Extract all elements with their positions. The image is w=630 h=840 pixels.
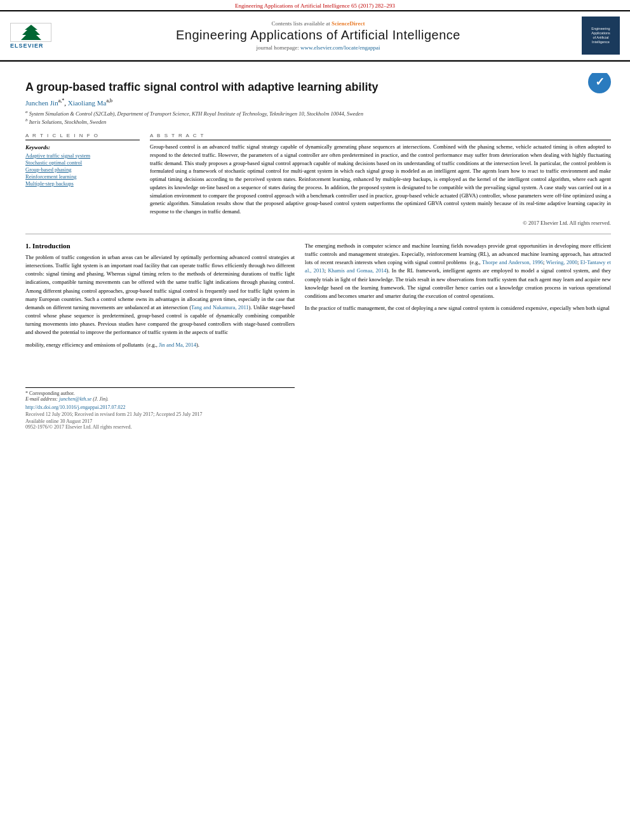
author-1-link[interactable]: Junchen Jin: [25, 99, 58, 107]
email-link[interactable]: junchen@kth.se: [59, 396, 91, 402]
corresponding-note: * Corresponding author.: [25, 390, 295, 396]
section-divider: [25, 234, 611, 234]
crossmark-icon: ✓: [588, 73, 611, 93]
crossmark-badge[interactable]: ✓: [588, 73, 611, 93]
left-column: 1. Introduction The problem of traffic c…: [25, 242, 295, 430]
journal-header-center: Contents lists available at ScienceDirec…: [55, 20, 582, 51]
right-para-2: In the practice of traffic management, t…: [305, 304, 611, 312]
science-direct-link[interactable]: ScienceDirect: [332, 20, 365, 27]
article-info-column: A R T I C L E I N F O Keywords: Adaptive…: [25, 133, 140, 226]
jin-ma-citation[interactable]: Jin and Ma, 2014: [159, 342, 196, 348]
science-direct-info: Contents lists available at ScienceDirec…: [55, 20, 582, 27]
author-2-link[interactable]: Xiaoliang Ma: [68, 99, 107, 107]
section-1-para-1: The problem of traffic congestion in urb…: [25, 253, 295, 337]
thorpe-citation[interactable]: Thorpe and Anderson, 1996: [482, 259, 543, 265]
journal-title: Engineering Applications of Artificial I…: [55, 28, 582, 43]
journal-url[interactable]: www.elsevier.com/locate/engappai: [300, 44, 380, 51]
section-1-body: The problem of traffic congestion in urb…: [25, 253, 295, 349]
right-column: The emerging methods in computer science…: [305, 242, 611, 430]
keywords-label: Keywords:: [25, 144, 140, 150]
keyword-5[interactable]: Multiple-step backups: [25, 180, 140, 187]
journal-logo-right: EngineeringApplicationsof ArtificialInte…: [582, 17, 620, 55]
wiering-citation[interactable]: Wiering, 2000: [546, 259, 577, 265]
copyright: © 2017 Elsevier Ltd. All rights reserved…: [150, 220, 611, 226]
right-para-1: The emerging methods in computer science…: [305, 242, 611, 300]
doi-link[interactable]: http://dx.doi.org/10.1016/j.engappai.201…: [25, 404, 125, 410]
section-1-para-2: mobility, energy efficiency and emission…: [25, 341, 295, 349]
main-content: ✓ A group-based traffic signal control w…: [0, 60, 630, 436]
affiliations: a System Simulation & Control (S2CLab), …: [25, 109, 611, 126]
section-1-title: 1. Introduction: [25, 242, 295, 250]
abstract-label: A B S T R A C T: [150, 133, 611, 140]
keyword-1[interactable]: Adaptive traffic signal system: [25, 152, 140, 159]
footnote-area: * Corresponding author. E-mail address: …: [25, 387, 295, 430]
keyword-2[interactable]: Stochastic optimal control: [25, 159, 140, 166]
keyword-3[interactable]: Group-based phasing: [25, 166, 140, 173]
article-title: A group-based traffic signal control wit…: [25, 81, 611, 94]
tang-citation[interactable]: Tang and Nakamura, 2011: [191, 304, 249, 310]
keyword-4[interactable]: Reinforcement learning: [25, 173, 140, 180]
authors-line: Junchen Jina,*, Xiaoliang Maa,b: [25, 98, 611, 107]
article-info-label: A R T I C L E I N F O: [25, 133, 140, 140]
article-info-abstract: A R T I C L E I N F O Keywords: Adaptive…: [25, 133, 611, 226]
abstract-column: A B S T R A C T Group-based control is a…: [150, 133, 611, 226]
journal-citation: Engineering Applications of Artificial I…: [235, 3, 395, 9]
elsevier-logo-container: ELSEVIER: [10, 23, 55, 49]
abstract-text: Group-based control is an advanced traff…: [150, 143, 611, 216]
top-banner: Engineering Applications of Artificial I…: [0, 0, 630, 10]
body-content: 1. Introduction The problem of traffic c…: [25, 242, 611, 430]
journal-header: ELSEVIER Contents lists available at Sci…: [0, 10, 630, 60]
khamis-citation[interactable]: Khamis and Gomaa, 2014: [328, 267, 386, 274]
elsevier-logo-image: [10, 23, 51, 42]
email-note: E-mail address: junchen@kth.se (J. Jin).: [25, 396, 295, 402]
available-line: Available online 30 August 2017: [25, 418, 295, 424]
journal-homepage: journal homepage: www.elsevier.com/locat…: [55, 44, 582, 51]
doi-line: http://dx.doi.org/10.1016/j.engappai.201…: [25, 404, 295, 410]
issn-line: 0952-1976/© 2017 Elsevier Ltd. All right…: [25, 424, 295, 430]
elsevier-label: ELSEVIER: [10, 43, 44, 49]
received-line: Received 12 July 2016; Received in revis…: [25, 411, 295, 417]
section-1-right-body: The emerging methods in computer science…: [305, 242, 611, 312]
